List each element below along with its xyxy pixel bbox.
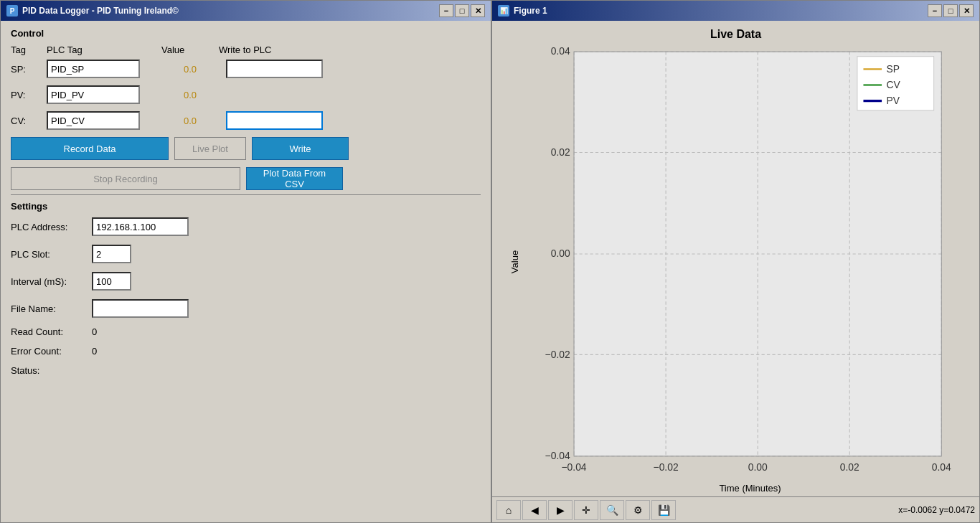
live-plot-button: Live Plot [174,137,246,160]
error-count-value: 0 [92,346,97,357]
cv-row: CV: 0.0 [11,111,481,130]
svg-text:0.00: 0.00 [551,248,570,259]
filename-row: File Name: [11,299,481,318]
svg-text:SP: SP [886,63,899,75]
left-close-button[interactable]: ✕ [471,4,485,17]
header-tag: Tag [11,44,47,55]
left-title-bar: P PID Data Logger - PID Tuning Ireland© … [1,1,491,21]
write-button[interactable]: Write [252,137,349,160]
buttons-row-1: Record Data Live Plot Write [11,137,481,160]
stop-recording-button: Stop Recording [11,167,240,190]
header-plc-tag: PLC Tag [47,44,161,55]
left-title-controls: − □ ✕ [439,4,485,17]
svg-text:0.04: 0.04 [551,45,570,57]
figure-title-controls: − □ ✕ [928,4,974,17]
settings-grid: PLC Address: PLC Slot: Interval (mS): Fi… [11,217,481,376]
figure-minimize-button[interactable]: − [928,4,942,17]
svg-text:0.04: 0.04 [932,461,951,473]
pv-label: PV: [11,90,47,100]
plc-slot-label: PLC Slot: [11,249,86,260]
chart-inner: 0.04 0.02 0.00 −0.02 −0.04 −0.04 −0.02 0… [528,44,972,480]
svg-text:−0.04: −0.04 [545,450,570,461]
control-section-label: Control [11,28,481,39]
chart-area: Value [492,44,979,496]
app-icon: P [6,5,18,17]
cv-write-input[interactable] [226,111,323,130]
figure-content: Live Data Value [492,21,979,496]
interval-label: Interval (mS): [11,276,86,287]
svg-text:0.02: 0.02 [551,146,570,158]
pv-value: 0.0 [161,90,219,100]
sp-value: 0.0 [161,64,219,75]
forward-button[interactable]: ▶ [548,500,573,520]
interval-row: Interval (mS): [11,272,481,291]
read-count-row: Read Count: 0 [11,326,481,337]
sp-row: SP: 0.0 [11,60,481,78]
left-minimize-button[interactable]: − [439,4,453,17]
settings-button[interactable]: ⚙ [626,500,650,520]
svg-text:CV: CV [886,79,900,90]
left-window-title: PID Data Logger - PID Tuning Ireland© [22,6,179,16]
toolbar-buttons: ⌂ ◀ ▶ ✛ 🔍 ⚙ 💾 [496,500,676,520]
status-row: Status: [11,365,481,376]
plc-slot-input[interactable] [92,245,131,263]
plc-address-input[interactable] [92,217,189,236]
coordinates-display: x=-0.0062 y=0.0472 [898,505,975,515]
y-axis-label: Value [509,250,520,273]
zoom-button[interactable]: 🔍 [600,500,624,520]
figure-title-bar: 📊 Figure 1 − □ ✕ [492,1,979,21]
pv-row: PV: 0.0 [11,85,481,104]
buttons-row-2: Stop Recording Plot Data From CSV [11,167,481,190]
sp-write-input[interactable] [226,60,323,78]
svg-text:0.02: 0.02 [840,461,859,473]
status-label: Status: [11,365,86,376]
figure-toolbar: ⌂ ◀ ▶ ✛ 🔍 ⚙ 💾 x=-0.0062 y=0.0472 [492,496,979,522]
header-value: Value [161,44,219,55]
filename-input[interactable] [92,299,189,318]
filename-label: File Name: [11,303,86,314]
left-maximize-button[interactable]: □ [455,4,469,17]
plc-slot-row: PLC Slot: [11,245,481,263]
header-write-to-plc: Write to PLC [219,44,481,55]
x-axis-label: Time (Minutes) [528,480,972,496]
read-count-label: Read Count: [11,326,86,337]
plc-address-row: PLC Address: [11,217,481,236]
svg-text:−0.02: −0.02 [654,461,679,473]
home-button[interactable]: ⌂ [496,500,521,520]
back-button[interactable]: ◀ [522,500,547,520]
chart-svg: 0.04 0.02 0.00 −0.02 −0.04 −0.04 −0.02 0… [528,44,972,480]
left-window-content: Control Tag PLC Tag Value Write to PLC S… [1,21,491,522]
cv-plc-tag-input[interactable] [47,111,140,130]
pv-plc-tag-input[interactable] [47,85,140,104]
sp-plc-tag-input[interactable] [47,60,140,78]
left-window: P PID Data Logger - PID Tuning Ireland© … [0,0,491,523]
svg-text:−0.04: −0.04 [561,461,586,473]
figure-title: Figure 1 [514,6,547,16]
chart-title: Live Data [492,21,979,44]
svg-text:−0.02: −0.02 [545,349,570,360]
right-window: 📊 Figure 1 − □ ✕ Live Data Value [491,0,980,523]
figure-maximize-button[interactable]: □ [943,4,958,17]
error-count-label: Error Count: [11,346,86,357]
record-data-button[interactable]: Record Data [11,137,169,160]
sp-label: SP: [11,64,47,75]
figure-icon: 📊 [498,5,509,17]
move-button[interactable]: ✛ [574,500,598,520]
plc-address-label: PLC Address: [11,222,86,232]
cv-value: 0.0 [161,116,219,126]
svg-text:0.00: 0.00 [748,461,768,473]
plot-data-from-csv-button[interactable]: Plot Data From CSV [246,167,343,190]
save-button[interactable]: 💾 [651,500,676,520]
interval-input[interactable] [92,272,131,291]
svg-text:PV: PV [886,95,900,106]
chart-wrapper: Value [528,44,972,480]
read-count-value: 0 [92,326,97,337]
cv-label: CV: [11,116,47,126]
figure-close-button[interactable]: ✕ [959,4,974,17]
error-count-row: Error Count: 0 [11,346,481,357]
tag-table-header: Tag PLC Tag Value Write to PLC [11,44,481,55]
settings-section-label: Settings [11,201,481,212]
